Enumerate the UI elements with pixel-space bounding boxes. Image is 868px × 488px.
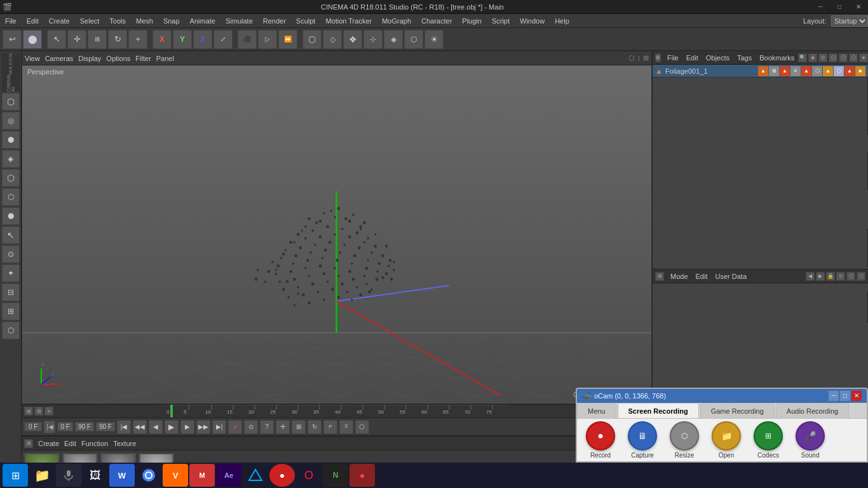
- undo-button[interactable]: ↩: [3, 30, 22, 49]
- ocam-resize-button[interactable]: ⬡ Resize: [668, 421, 700, 459]
- tool-12[interactable]: ⊞: [2, 302, 20, 320]
- obj-icon-3[interactable]: ⊙: [818, 53, 827, 62]
- menu-select[interactable]: Select: [75, 14, 105, 28]
- tool-1[interactable]: ⬡: [2, 93, 20, 111]
- ocam-record-button[interactable]: ● Record: [585, 421, 616, 459]
- tool-7[interactable]: ⬣: [2, 207, 20, 225]
- menu-animate[interactable]: Animate: [185, 14, 220, 28]
- live-select-button[interactable]: ⬤: [23, 30, 42, 49]
- vp-icon-3[interactable]: ⊞: [643, 54, 649, 62]
- taskbar-ae2[interactable]: [243, 464, 268, 487]
- ocam-tab-game-recording[interactable]: Game Recording: [700, 403, 775, 418]
- vp-menu-options[interactable]: Options: [106, 55, 130, 62]
- obj-search-icon[interactable]: 🔍: [798, 53, 807, 62]
- menu-snap[interactable]: Snap: [158, 14, 185, 28]
- move-key-btn[interactable]: ✛: [276, 420, 290, 434]
- tag-5[interactable]: ▲: [801, 66, 811, 76]
- attr-menu-userdata[interactable]: User Data: [712, 273, 751, 280]
- vp-icon-2[interactable]: ↕: [637, 54, 641, 62]
- rotate-key-btn[interactable]: ↻: [308, 420, 322, 434]
- attr-panel-icon[interactable]: ⊞: [655, 272, 664, 281]
- play-btn[interactable]: ▶: [165, 420, 179, 434]
- taskbar-ae[interactable]: Ae: [216, 464, 241, 487]
- frame-start-btn[interactable]: |◀: [44, 421, 55, 433]
- tl-icon-2[interactable]: ⚙: [34, 407, 43, 416]
- mat-menu-edit[interactable]: Edit: [64, 440, 76, 447]
- ocam-tab-screen-recording[interactable]: Screen Recording: [618, 403, 699, 418]
- ocam-tab-menu[interactable]: Menu: [577, 403, 616, 418]
- z-axis[interactable]: Z: [193, 30, 212, 49]
- current-frame-input[interactable]: 0 F: [24, 422, 42, 431]
- attr-fwd-btn[interactable]: ▶: [816, 272, 825, 281]
- move-tool[interactable]: ✛: [67, 30, 86, 49]
- taskbar-microphone[interactable]: [56, 464, 81, 487]
- menu-file[interactable]: File: [0, 14, 22, 28]
- ocam-sound-button[interactable]: 🎤 Sound: [794, 421, 826, 459]
- camera-obj[interactable]: ⬡: [404, 30, 423, 49]
- tool-9[interactable]: ⊙: [2, 245, 20, 263]
- attr-icon-3[interactable]: ⬡: [857, 272, 865, 281]
- scale-tool[interactable]: ⊞: [88, 30, 107, 49]
- obj-menu-tags[interactable]: Tags: [733, 54, 756, 62]
- minimize-button[interactable]: ─: [811, 0, 830, 14]
- record-btn[interactable]: ●: [228, 420, 242, 434]
- tool-11[interactable]: ⊟: [2, 283, 20, 301]
- x-axis[interactable]: X: [153, 30, 172, 49]
- obj-icon-6[interactable]: ⬡: [849, 53, 858, 62]
- menu-window[interactable]: Window: [515, 14, 550, 28]
- group-obj[interactable]: ❖: [343, 30, 362, 49]
- attr-back-btn[interactable]: ◀: [806, 272, 815, 281]
- tool-13[interactable]: ⬡: [2, 322, 20, 339]
- prev-frame-btn[interactable]: ◀◀: [133, 420, 147, 434]
- cursor-tool[interactable]: ↖: [47, 30, 66, 49]
- attr-menu-mode[interactable]: Mode: [667, 273, 692, 280]
- ocam-codecs-button[interactable]: ⊞ Codecs: [752, 421, 784, 459]
- tool-2[interactable]: ◎: [2, 112, 20, 130]
- vp-menu-cameras[interactable]: Cameras: [45, 55, 74, 62]
- maximize-button[interactable]: □: [830, 0, 849, 14]
- autokey-btn[interactable]: ⊙: [244, 420, 258, 434]
- render-all[interactable]: ⏩: [278, 30, 297, 49]
- menu-create[interactable]: Create: [44, 14, 75, 28]
- tag-2[interactable]: ⊞: [769, 66, 779, 76]
- tag-1[interactable]: ▲: [758, 66, 768, 76]
- layout-select[interactable]: Startup: [831, 15, 868, 27]
- tool-4[interactable]: ◈: [2, 150, 20, 168]
- ocam-close[interactable]: ✕: [851, 391, 862, 401]
- scale-key-btn[interactable]: ⊞: [292, 420, 306, 434]
- taskbar-marvelous[interactable]: M: [189, 464, 215, 487]
- tag-7[interactable]: ▲: [823, 66, 833, 76]
- vp-menu-panel[interactable]: Panel: [156, 55, 174, 62]
- mat-menu-function[interactable]: Function: [81, 440, 108, 447]
- obj-menu-file[interactable]: File: [663, 54, 682, 62]
- frame-end-input[interactable]: 90 F: [75, 422, 94, 431]
- vp-icon-1[interactable]: ⬡: [628, 54, 635, 62]
- tag-3[interactable]: ▲: [780, 66, 790, 76]
- menu-render[interactable]: Render: [258, 14, 291, 28]
- menu-sculpt[interactable]: Sculpt: [291, 14, 321, 28]
- go-start-btn[interactable]: |◀: [117, 420, 131, 434]
- ocam-maximize[interactable]: □: [840, 391, 850, 401]
- mat-menu-create[interactable]: Create: [38, 440, 59, 447]
- menu-character[interactable]: Character: [416, 14, 457, 28]
- prev-step-btn[interactable]: ◀: [149, 420, 163, 434]
- tool-6[interactable]: ⬡: [2, 188, 20, 206]
- transform-tool[interactable]: +: [128, 30, 147, 49]
- next-step-btn[interactable]: ▶: [180, 420, 194, 434]
- menu-edit[interactable]: Edit: [22, 14, 44, 28]
- frame-start-input[interactable]: 0 F: [57, 422, 72, 431]
- light-obj[interactable]: ☀: [424, 30, 444, 49]
- motion-btn[interactable]: ⬡: [355, 420, 369, 434]
- keyframe-dots[interactable]: ⠿: [339, 420, 353, 434]
- attr-icon-2[interactable]: ⬡: [846, 272, 855, 281]
- taskbar-word[interactable]: W: [109, 464, 135, 487]
- taskbar-nox[interactable]: N: [323, 464, 348, 487]
- go-end-btn[interactable]: ▶|: [212, 420, 226, 434]
- attr-lock-btn[interactable]: 🔒: [826, 272, 835, 281]
- space-mode[interactable]: ⤢: [214, 30, 233, 49]
- taskbar-vegas[interactable]: V: [163, 464, 188, 487]
- tag-6[interactable]: ⬡: [812, 66, 822, 76]
- ocam-capture-button[interactable]: 🖥 Capture: [627, 421, 658, 459]
- obj-menu-objects[interactable]: Objects: [702, 54, 733, 62]
- mat-menu-texture[interactable]: Texture: [113, 440, 136, 447]
